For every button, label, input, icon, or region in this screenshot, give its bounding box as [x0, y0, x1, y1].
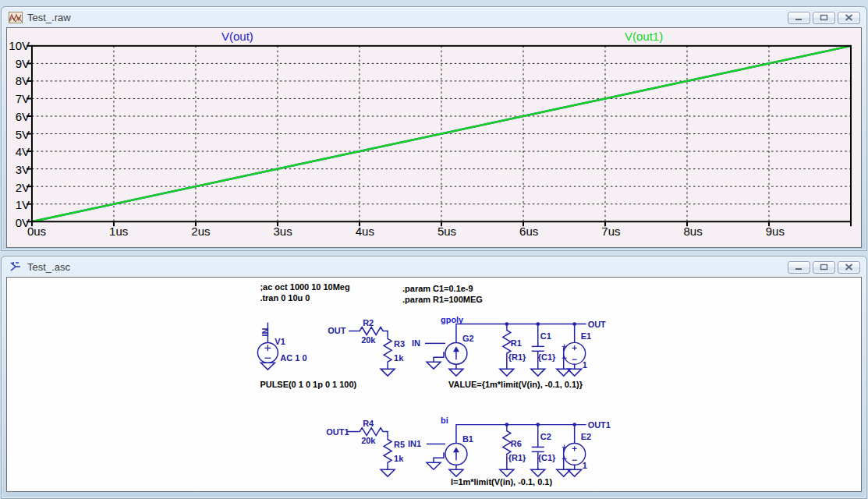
ref-r5[interactable]: R5: [394, 440, 405, 449]
value-e2[interactable]: 1: [583, 461, 587, 470]
ytick-label: 1V: [7, 198, 30, 211]
value-r4[interactable]: 20k: [361, 436, 376, 445]
ref-e1[interactable]: E1: [581, 331, 591, 341]
value-c2[interactable]: {C1}: [538, 453, 556, 462]
xtick-label: 0us: [23, 225, 51, 238]
net-label-out-e1[interactable]: OUT: [588, 320, 606, 329]
raw-restore-button[interactable]: [813, 12, 835, 24]
ref-c1[interactable]: C1: [540, 331, 551, 341]
xtick-label: 4us: [351, 225, 379, 238]
directive-param-r1[interactable]: .param R1=100MEG: [402, 295, 483, 304]
restore-icon: [820, 264, 828, 271]
value-e1[interactable]: 1: [583, 360, 587, 370]
value-expression-b1[interactable]: I=1m*limit(V(in), -0.1, 0.1): [451, 477, 552, 487]
value-r1[interactable]: {R1}: [508, 352, 526, 362]
ref-r3[interactable]: R3: [394, 339, 405, 349]
ytick-label: 9V: [7, 57, 30, 70]
value-r6[interactable]: {R1}: [508, 453, 526, 462]
group-label-bi[interactable]: bi: [441, 416, 448, 425]
ref-b1[interactable]: B1: [462, 434, 473, 444]
value-r2[interactable]: 20k: [361, 335, 376, 345]
ref-c2[interactable]: C2: [540, 433, 551, 442]
value-r5[interactable]: 1k: [394, 454, 404, 463]
xtick-label: 7us: [597, 225, 625, 238]
ytick-label: 10V: [7, 39, 30, 52]
resistor-r5[interactable]: [384, 438, 391, 465]
net-label-out[interactable]: OUT: [328, 326, 345, 335]
schematic-window-title: Test_.asc: [27, 261, 70, 273]
net-label-out1-e2[interactable]: OUT1: [588, 420, 611, 430]
pulse-spec-v1[interactable]: PULSE(0 1 0 1p 0 1 100): [260, 380, 356, 389]
ytick-label: 7V: [7, 92, 30, 105]
ref-r4[interactable]: R4: [363, 419, 374, 428]
ref-r1[interactable]: R1: [511, 338, 522, 348]
waveform-window: Test_.raw: [1, 6, 867, 251]
group-label-gpoly[interactable]: gpoly: [441, 315, 464, 324]
current-source-g2[interactable]: [445, 342, 467, 364]
value-expression-g2[interactable]: VALUE={1m*limit(V(in), -0.1, 0.1)}: [448, 380, 583, 389]
restore-icon: [820, 14, 828, 21]
ref-r6[interactable]: R6: [511, 439, 522, 448]
net-label-in-v1[interactable]: IN: [260, 327, 270, 336]
resistor-r1[interactable]: [503, 329, 511, 356]
xtick-label: 6us: [515, 225, 543, 238]
resistor-r6[interactable]: [503, 430, 511, 456]
asc-restore-button[interactable]: [813, 261, 835, 274]
xtick-label: 2us: [186, 225, 214, 238]
net-label-in-g2[interactable]: IN: [412, 338, 420, 348]
asc-minimize-button[interactable]: [788, 261, 810, 274]
xtick-label: 5us: [433, 225, 461, 238]
legend-vout[interactable]: V(out): [221, 30, 253, 43]
ytick-label: 6V: [7, 110, 30, 123]
net-label-out1[interactable]: OUT1: [326, 427, 349, 437]
value-c1[interactable]: {C1}: [538, 352, 556, 362]
directive-tran[interactable]: .tran 0 10u 0: [260, 293, 310, 303]
net-label-in1[interactable]: IN1: [408, 439, 421, 448]
xtick-label: 1us: [105, 225, 133, 238]
waveform-pane[interactable]: V(out) V(out1) 10V 9V 8V 7V 6V 5V 4V 3V …: [6, 27, 862, 248]
asc-close-button[interactable]: [838, 261, 860, 274]
plot-canvas[interactable]: [7, 28, 861, 247]
ref-v1[interactable]: V1: [275, 337, 285, 346]
xtick-label: 3us: [269, 225, 297, 238]
raw-minimize-button[interactable]: [788, 12, 810, 24]
current-source-b1[interactable]: [445, 443, 467, 465]
legend-vout1[interactable]: V(out1): [625, 30, 663, 43]
ytick-label: 2V: [7, 181, 30, 194]
xtick-label: 9us: [761, 225, 789, 238]
schematic-pane[interactable]: ;ac oct 1000 10 10Meg .tran 0 10u 0 .par…: [6, 277, 862, 492]
ref-r2[interactable]: R2: [363, 318, 374, 327]
waveform-titlebar[interactable]: Test_.raw: [2, 7, 866, 27]
waveform-window-title: Test_.raw: [27, 12, 71, 23]
resistor-r4[interactable]: [358, 428, 384, 436]
ytick-label: 3V: [7, 163, 30, 176]
ytick-label: 5V: [7, 128, 30, 141]
ytick-label: 4V: [7, 145, 30, 158]
ytick-label: 8V: [7, 74, 30, 87]
ref-e2[interactable]: E2: [581, 433, 591, 442]
xtick-label: 8us: [679, 225, 707, 238]
schematic-window: Test_.asc ;ac oct 1000 10 10Meg .tran 0 …: [1, 256, 867, 499]
close-icon: [845, 14, 853, 21]
resistor-r2[interactable]: [358, 327, 384, 335]
resistor-r3[interactable]: [384, 337, 391, 363]
close-icon: [845, 264, 853, 271]
directive-param-c1[interactable]: .param C1=0.1e-9: [402, 284, 473, 293]
directive-ac[interactable]: ;ac oct 1000 10 10Meg: [260, 282, 349, 292]
schematic-canvas[interactable]: ;ac oct 1000 10 10Meg .tran 0 10u 0 .par…: [7, 278, 861, 491]
value-r3[interactable]: 1k: [394, 353, 404, 363]
minimize-icon: [795, 14, 803, 21]
schematic-icon: [9, 261, 23, 273]
waveform-icon: [9, 12, 23, 23]
plot-traces: [32, 46, 851, 221]
value-v1[interactable]: AC 1 0: [280, 353, 306, 363]
raw-close-button[interactable]: [838, 12, 860, 24]
ref-g2[interactable]: G2: [462, 334, 474, 343]
schematic-titlebar[interactable]: Test_.asc: [2, 257, 866, 276]
minimize-icon: [795, 264, 803, 271]
